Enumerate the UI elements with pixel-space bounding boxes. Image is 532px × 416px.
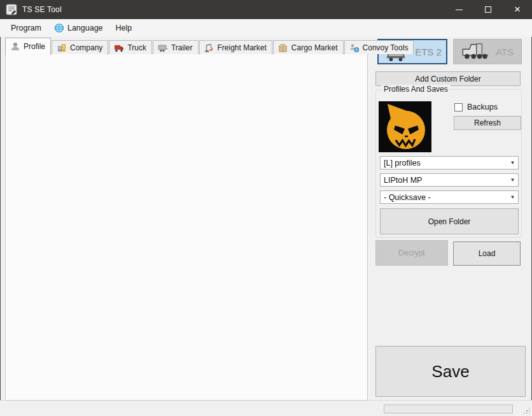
app-window: TS SE Tool × ProgramLanguageHelp Profile… (0, 0, 532, 416)
maximize-icon (485, 6, 491, 13)
freight-market-icon (204, 43, 214, 53)
chevron-down-icon: ▼ (507, 177, 518, 183)
ats-label: ATS (496, 47, 514, 57)
load-button[interactable]: Load (453, 241, 521, 266)
progress-bar (384, 405, 513, 413)
tab-profile[interactable]: Profile (5, 38, 51, 55)
profiles-dropdown[interactable]: [L] profiles ▼ (380, 156, 519, 169)
refresh-button[interactable]: Refresh (454, 116, 521, 130)
profile-avatar (379, 101, 431, 152)
minimize-button[interactable] (444, 0, 473, 19)
save-dropdown-value: - Quicksave - (384, 193, 431, 202)
tab-trailer[interactable]: Trailer (153, 40, 199, 54)
title-bar: TS SE Tool × (0, 0, 532, 19)
tab-company[interactable]: Company (52, 40, 108, 54)
status-bar (0, 400, 532, 416)
profile-icon (10, 41, 20, 52)
convoy-tools-icon (349, 43, 360, 53)
save-dropdown[interactable]: - Quicksave - ▼ (380, 190, 519, 204)
backups-label: Backups (467, 103, 498, 111)
decrypt-button[interactable]: Decrypt (375, 240, 448, 266)
menu-bar: ProgramLanguageHelp (0, 19, 532, 37)
chevron-down-icon: ▼ (507, 194, 518, 200)
ats-truck-icon (461, 42, 489, 61)
menu-item-program[interactable]: Program (4, 20, 48, 36)
add-custom-folder-button[interactable]: Add Custom Folder (375, 71, 521, 86)
close-button[interactable]: × (503, 0, 532, 19)
window-title: TS SE Tool (22, 5, 62, 14)
trailer-icon (158, 43, 168, 53)
tab-convoy-tools[interactable]: Convoy Tools (344, 40, 414, 54)
profiles-group-label: Profiles And Saves (381, 85, 451, 94)
company-icon (57, 43, 67, 53)
app-icon (6, 4, 17, 15)
open-folder-button[interactable]: Open Folder (380, 208, 519, 234)
chevron-down-icon: ▼ (507, 160, 518, 166)
save-button[interactable]: Save (375, 346, 526, 397)
maximize-button[interactable] (473, 0, 503, 19)
menu-item-help[interactable]: Help (109, 20, 139, 36)
backups-checkbox[interactable] (454, 103, 463, 111)
profiles-dropdown-value: [L] profiles (384, 159, 421, 168)
globe-icon (54, 23, 64, 33)
tab-freight-market[interactable]: Freight Market (199, 40, 272, 54)
cargo-market-icon (278, 43, 288, 53)
profile-tab-page (5, 54, 368, 401)
backups-option: Backups (454, 103, 498, 111)
minimize-icon (456, 10, 463, 10)
profiles-and-saves-group: Profiles And Saves Backups Refresh [L] p… (375, 89, 522, 238)
menu-item-language[interactable]: Language (48, 20, 109, 36)
ats-game-button[interactable]: ATS (453, 39, 522, 64)
tab-strip: ProfileCompanyTruckTrailerFreight Market… (5, 37, 414, 54)
profile-dropdown[interactable]: LIPtoH MP ▼ (380, 173, 519, 187)
tab-cargo-market[interactable]: Cargo Market (273, 40, 344, 54)
truck-icon (114, 43, 124, 53)
tab-truck[interactable]: Truck (109, 40, 152, 54)
ets2-label: ETS 2 (415, 47, 442, 57)
resize-grip[interactable] (523, 407, 529, 413)
close-icon: × (514, 4, 521, 15)
profile-dropdown-value: LIPtoH MP (384, 176, 422, 185)
